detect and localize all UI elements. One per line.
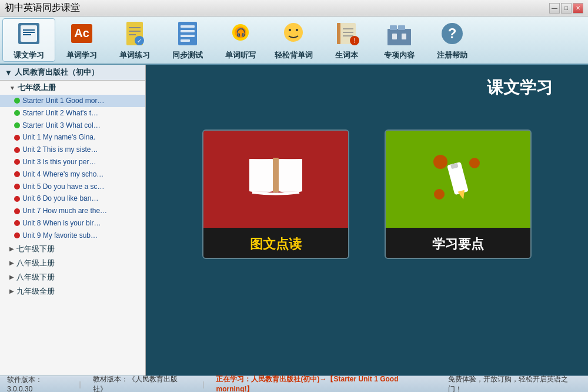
svg-rect-34 — [392, 34, 397, 39]
dot-green-1 — [14, 110, 20, 116]
toolbar-item-practice[interactable]: ✓ 单词练习 — [108, 18, 161, 62]
help-icon: ? — [438, 19, 466, 48]
svg-rect-25 — [337, 23, 340, 44]
toolbar-item-listen[interactable]: 🎧 单词听写 — [214, 18, 267, 62]
svg-point-43 — [434, 189, 445, 200]
statusbar-trial: 免费体验，开放订购，轻松开启英语之门！ — [448, 374, 581, 393]
toolbar-label-lesson: 课文学习 — [14, 50, 44, 61]
toolbar-label-help: 注册帮助 — [437, 50, 467, 61]
svg-text:?: ? — [448, 25, 457, 41]
toolbar-item-easy[interactable]: 轻松背单词 — [267, 18, 320, 62]
content-area: 课文学习 图文点读 — [146, 65, 588, 376]
card-reading[interactable]: 图文点读 — [202, 129, 349, 259]
dot-red-8 — [14, 196, 20, 202]
word-icon: Ac — [68, 19, 96, 48]
maximize-button[interactable]: □ — [561, 3, 572, 14]
toolbar-item-special[interactable]: 专项内容 — [373, 18, 426, 62]
sidebar-unit-11[interactable]: Unit 9 My favorite sub… — [0, 230, 145, 242]
toolbar-item-test[interactable]: 同步测试 — [161, 18, 214, 62]
pencil-icon — [429, 150, 487, 209]
svg-point-23 — [296, 29, 298, 31]
statusbar-version: 软件版本：3.0.0.30 — [7, 375, 68, 392]
sidebar-unit-4[interactable]: Unit 2 This is my siste… — [0, 144, 145, 156]
dot-red-10 — [14, 220, 20, 226]
svg-rect-33 — [398, 25, 405, 30]
sidebar-unit-5[interactable]: Unit 3 Is this your per… — [0, 156, 145, 168]
sidebar-grade-8a[interactable]: ▶ 八年级上册 — [0, 256, 145, 270]
sidebar-unit-9[interactable]: Unit 7 How much are the… — [0, 205, 145, 217]
toolbar: 课文学习 Ac 单词学习 ✓ 单词练习 — [0, 16, 588, 65]
svg-point-21 — [284, 23, 303, 42]
toolbar-label-listen: 单词听写 — [225, 50, 256, 61]
sidebar-grade-7b[interactable]: ▶ 七年级下册 — [0, 242, 145, 256]
sidebar-unit-3[interactable]: Unit 1 My name's Gina. — [0, 131, 145, 144]
sidebar-unit-10[interactable]: Unit 8 When is your bir… — [0, 217, 145, 230]
grade-arrow-7b: ▶ — [9, 245, 14, 252]
svg-rect-32 — [390, 25, 397, 30]
svg-point-42 — [469, 158, 480, 168]
special-icon — [385, 19, 413, 48]
toolbar-item-word[interactable]: Ac 单词学习 — [55, 18, 108, 62]
sidebar-unit-8[interactable]: Unit 6 Do you like ban… — [0, 192, 145, 205]
sidebar-grade-8b[interactable]: ▶ 八年级下册 — [0, 270, 145, 284]
lesson-icon — [15, 19, 43, 48]
sidebar-unit-1[interactable]: Starter Unit 2 What's t… — [0, 107, 145, 119]
statusbar: 软件版本：3.0.0.30 | 教材版本：《人民教育出版社》 | 正在学习：人民… — [0, 376, 588, 392]
keypoints-label: 学习要点 — [386, 228, 530, 259]
test-icon — [173, 19, 202, 48]
collapse-icon[interactable]: ▼ — [5, 68, 12, 77]
svg-rect-15 — [181, 30, 195, 32]
sidebar: ▼ 人民教育出版社（初中） ▼ 七年级上册 Starter Unit 1 Goo… — [0, 65, 146, 376]
dot-red-11 — [14, 232, 20, 238]
toolbar-label-word: 单词学习 — [66, 50, 97, 61]
dot-red-6 — [14, 171, 20, 177]
svg-point-41 — [433, 155, 447, 169]
svg-rect-17 — [181, 39, 190, 42]
svg-rect-31 — [387, 29, 411, 45]
statusbar-separator2: | — [202, 380, 204, 388]
grade-arrow-9: ▶ — [9, 288, 14, 294]
sidebar-unit-6[interactable]: Unit 4 Where's my scho… — [0, 168, 145, 181]
sidebar-unit-0[interactable]: Starter Unit 1 Good mor… — [0, 95, 145, 107]
minimize-button[interactable]: — — [549, 3, 560, 14]
dot-green-2 — [14, 122, 20, 128]
sidebar-grade-9[interactable]: ▶ 九年级全册 — [0, 284, 145, 298]
main-area: ▼ 人民教育出版社（初中） ▼ 七年级上册 Starter Unit 1 Goo… — [0, 65, 588, 376]
sidebar-unit-2[interactable]: Starter Unit 3 What col… — [0, 119, 145, 132]
svg-rect-14 — [181, 25, 195, 28]
vocab-icon: ! — [332, 19, 360, 48]
reading-label: 图文点读 — [203, 228, 348, 259]
dot-red-9 — [14, 208, 20, 214]
grade-arrow-7a: ▼ — [9, 85, 15, 91]
statusbar-edition: 教材版本：《人民教育出版社》 — [93, 374, 191, 393]
easy-icon — [279, 19, 308, 48]
listen-icon: 🎧 — [226, 19, 255, 48]
content-title: 课文学习 — [487, 77, 553, 99]
toolbar-label-test: 同步测试 — [172, 50, 203, 61]
card-keypoints[interactable]: 学习要点 — [385, 129, 532, 259]
toolbar-label-vocab: 生词本 — [335, 50, 358, 61]
svg-text:!: ! — [354, 38, 356, 44]
titlebar-controls: — □ ✕ — [549, 3, 583, 14]
titlebar: 初中英语同步课堂 — □ ✕ — [0, 0, 588, 16]
book-icon — [246, 153, 305, 206]
dot-red-3 — [14, 135, 20, 141]
titlebar-title: 初中英语同步课堂 — [5, 2, 80, 14]
svg-rect-1 — [21, 25, 37, 42]
svg-text:🎧: 🎧 — [236, 28, 246, 38]
dot-red-5 — [14, 159, 20, 165]
dot-red-7 — [14, 184, 20, 190]
toolbar-item-vocab[interactable]: ! 生词本 — [320, 18, 373, 62]
toolbar-item-lesson[interactable]: 课文学习 — [2, 18, 55, 62]
sidebar-grade-7a[interactable]: ▼ 七年级上册 — [0, 81, 145, 95]
svg-text:✓: ✓ — [137, 38, 142, 44]
dot-green-0 — [14, 98, 20, 104]
sidebar-unit-7[interactable]: Unit 5 Do you have a sc… — [0, 181, 145, 193]
reading-icon-area — [203, 131, 348, 228]
close-button[interactable]: ✕ — [573, 3, 583, 14]
svg-point-22 — [289, 29, 291, 31]
keypoints-icon-area — [386, 131, 530, 228]
toolbar-label-special: 专项内容 — [384, 50, 415, 61]
grade-arrow-8a: ▶ — [9, 260, 14, 266]
toolbar-item-help[interactable]: ? 注册帮助 — [426, 18, 479, 62]
